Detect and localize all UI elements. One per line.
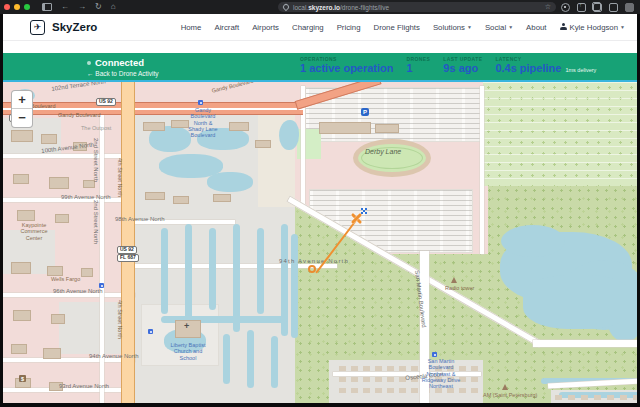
nav-item-home[interactable]: Home: [181, 23, 202, 32]
chevron-down-icon: ▼: [467, 24, 472, 30]
traffic-light-minimize[interactable]: [14, 4, 20, 10]
map-canvas[interactable]: 102nd Terrace NorthGandy BoulevardGandy …: [3, 82, 637, 403]
forward-button[interactable]: →: [78, 0, 86, 14]
nav-menu: HomeAircraftAirportsChargingPricingDrone…: [181, 23, 625, 32]
tabs-overview-icon[interactable]: [593, 3, 602, 12]
traffic-light-maximize[interactable]: [24, 4, 30, 10]
stat-last-update: LAST UPDATE9s ago: [443, 56, 482, 74]
new-tab-icon[interactable]: [609, 3, 618, 12]
site-header: ✈ SkyZero HomeAircraftAirportsChargingPr…: [3, 14, 637, 41]
bus-poi-icon: [432, 352, 437, 357]
nav-item-about[interactable]: About: [526, 23, 546, 32]
window-icon[interactable]: [625, 3, 634, 12]
nav-item-social[interactable]: Social▼: [485, 23, 513, 32]
nav-item-drone-flights[interactable]: Drone Flights: [374, 23, 420, 32]
bus-poi-icon: [198, 100, 203, 105]
chevron-down-icon: ▼: [508, 24, 513, 30]
traffic-light-close[interactable]: [4, 4, 10, 10]
browser-chrome: ← → ↻ ⌂ local.skyzero.io/drone-flights/l…: [0, 0, 640, 14]
address-bar[interactable]: local.skyzero.io/drone-flights/live ☆: [278, 2, 556, 12]
bank-poi-icon: $: [19, 375, 26, 382]
zoom-in-button[interactable]: +: [12, 91, 32, 109]
url-domain: skyzero.io: [308, 4, 340, 11]
brand-name[interactable]: SkyZero: [52, 21, 97, 33]
chevron-down-icon: ▼: [620, 24, 625, 30]
tower-poi-icon: [451, 277, 457, 283]
sidebar-toggle-icon[interactable]: [42, 3, 52, 11]
nav-item-pricing[interactable]: Pricing: [337, 23, 361, 32]
nav-item-kyle-hodgson[interactable]: Kyle Hodgson▼: [560, 23, 626, 32]
drone-icon[interactable]: [363, 210, 365, 212]
stat-drones: DRONES1: [407, 56, 431, 74]
header-gap: [3, 41, 637, 53]
drone-status-bar: Connected ← Back to Drone Activity OPERA…: [3, 53, 637, 82]
browser-window: ← → ↻ ⌂ local.skyzero.io/drone-flights/l…: [0, 0, 640, 407]
stat-latency: LATENCY0.4s pipeline1ms delivery: [495, 56, 596, 74]
url-prefix: local.: [293, 4, 308, 11]
connection-status: Connected: [95, 57, 144, 68]
home-button[interactable]: ⌂: [111, 0, 116, 14]
reload-button[interactable]: ↻: [95, 0, 102, 14]
back-arrow-icon: ←: [87, 70, 94, 77]
extensions-icon[interactable]: [561, 3, 570, 12]
page: ✈ SkyZero HomeAircraftAirportsChargingPr…: [3, 14, 637, 403]
nav-item-aircraft[interactable]: Aircraft: [214, 23, 239, 32]
connection-dot-icon: [87, 61, 91, 65]
bookmark-star-icon[interactable]: ☆: [545, 3, 551, 11]
back-button[interactable]: ←: [61, 0, 69, 14]
user-avatar-icon: [560, 23, 568, 31]
bus-poi-icon: [148, 329, 153, 334]
stat-operations: OPERATIONS1 active operation: [300, 56, 394, 74]
nav-item-solutions[interactable]: Solutions▼: [433, 23, 472, 32]
live-stats: OPERATIONS1 active operationDRONES1LAST …: [300, 56, 596, 74]
parking-poi-icon: P: [361, 108, 369, 116]
tower-poi-icon: [502, 384, 508, 390]
zoom-out-button[interactable]: −: [12, 109, 32, 127]
back-to-drone-activity-link[interactable]: ← Back to Drone Activity: [87, 70, 159, 77]
drone-origin-marker[interactable]: [308, 265, 316, 273]
nav-item-airports[interactable]: Airports: [252, 23, 279, 32]
url-path: /drone-flights/live: [340, 4, 389, 11]
map-zoom-control: + −: [11, 90, 33, 128]
bus-poi-icon: [99, 283, 104, 288]
skyzero-plane-logo-icon[interactable]: ✈: [30, 20, 45, 35]
site-location-icon: [282, 3, 290, 11]
cross-poi-icon: +: [184, 323, 189, 329]
nav-item-charging[interactable]: Charging: [292, 23, 324, 32]
share-icon[interactable]: [577, 3, 586, 12]
